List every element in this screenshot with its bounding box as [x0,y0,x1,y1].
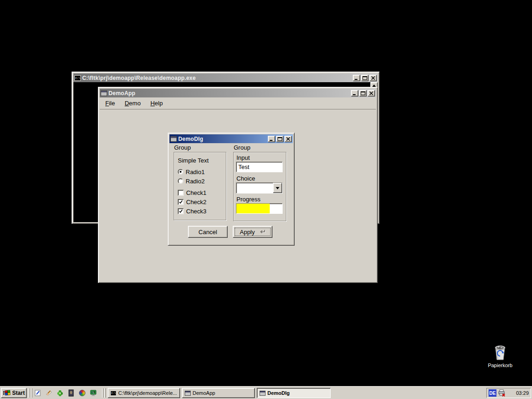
taskbar-button-console[interactable]: C:\ C:\fltk\prj\demoapp\Rele... [108,388,180,398]
demoapp-titlebar[interactable]: DemoApp [100,89,376,97]
radio1-button[interactable] [178,169,183,175]
apply-button[interactable]: Apply [233,226,272,238]
progress-bar [236,203,283,214]
checkmark-icon [179,200,183,204]
terminal-services-icon[interactable]: TS [89,389,97,397]
check2-label: Check2 [186,199,206,206]
input-field[interactable] [236,162,283,172]
svg-text:TS: TS [91,391,94,393]
input-label: Input [236,155,250,161]
signature-pad-icon[interactable] [45,389,53,397]
recycle-bin-icon [492,344,508,361]
check1-checkbox[interactable] [178,190,184,196]
check3-row[interactable]: Check3 [178,208,206,214]
demoapp-maximize-button[interactable] [359,90,367,97]
window-icon [170,136,177,142]
console-icon: C:\ [110,391,116,396]
viewer-icon[interactable] [67,389,75,397]
taskbar-button-label: C:\fltk\prj\demoapp\Rele... [118,390,177,396]
choice-label: Choice [236,175,255,181]
radio2-button[interactable] [178,178,183,184]
taskbar-handle[interactable] [104,388,106,398]
start-button[interactable]: Start [1,388,27,398]
choice-dropdown[interactable] [236,182,283,193]
taskbar-handle[interactable] [102,388,103,398]
demodlg-minimize-button[interactable] [268,136,275,142]
media-ball-icon[interactable] [78,389,86,397]
demodlg-titlebar[interactable]: DemoDlg [169,134,293,143]
close-icon [370,76,376,80]
demoapp-title: DemoApp [109,90,350,97]
taskbar-handle[interactable] [29,388,30,398]
demoapp-minimize-button[interactable] [351,90,358,97]
printer-status-icon[interactable] [498,389,506,397]
console-title: C:\fltk\prj\demoapp\Release\demoapp.exe [82,75,351,81]
radio2-row[interactable]: Radio2 [178,178,205,184]
maximize-icon [362,76,368,80]
check3-checkbox[interactable] [178,208,184,214]
console-icon: C:\ [74,75,81,81]
radio1-label: Radio1 [186,169,205,175]
demodlg-maximize-button[interactable] [276,136,284,142]
recycle-bin-desktop-icon[interactable]: Papierkorb [477,344,523,368]
maximize-icon [277,137,283,141]
window-icon [260,391,266,396]
demoapp-close-button[interactable] [368,90,375,97]
console-titlebar[interactable]: C:\ C:\fltk\prj\demoapp\Release\demoapp.… [73,73,378,82]
new-document-icon[interactable] [34,389,42,397]
svg-text:C:\: C:\ [111,392,116,395]
taskbar-button-demoapp[interactable]: DemoApp [182,388,255,398]
demodlg-close-button[interactable] [284,136,292,142]
clock[interactable]: 03:29 [516,390,529,396]
demodlg-title: DemoDlg [178,136,266,142]
minimize-icon [269,137,274,141]
check1-row[interactable]: Check1 [178,189,206,196]
menu-help[interactable]: Help [148,98,166,108]
taskbar-handle[interactable] [31,388,32,398]
minimize-icon [354,76,359,80]
window-icon [101,91,107,96]
menu-demo[interactable]: Demo [122,98,144,108]
check2-row[interactable]: Check2 [178,199,206,205]
choice-value [236,183,273,193]
menu-file[interactable]: File [103,98,118,108]
radio-dot-icon [180,171,181,173]
close-icon [369,91,374,96]
quick-launch-bar: TS [34,389,97,397]
check2-checkbox[interactable] [178,199,184,205]
console-maximize-button[interactable] [361,75,369,81]
simple-text-label: Simple Text [178,157,209,164]
taskbar: Start TS C:\ C:\fltk\prj\demoapp\Rele...… [0,386,532,399]
left-group-label: Group [174,145,191,151]
icq-flower-icon[interactable] [56,389,64,397]
checkmark-icon [179,209,183,213]
system-tray: DE 03:29 [486,388,531,398]
desktop: { "colors": { "desktop_background": "#00… [0,0,532,399]
keyboard-layout-indicator[interactable]: DE [489,389,496,397]
radio2-label: Radio2 [186,178,205,185]
demodlg-content: Group Simple Text Radio1 Radio2 Check1 [169,143,293,244]
right-groupbox: Input Choice Progress [233,152,286,221]
minimize-icon [352,91,357,96]
cancel-button-label: Cancel [199,229,217,236]
left-groupbox: Simple Text Radio1 Radio2 Check1 Check2 [174,152,226,220]
console-close-button[interactable] [369,75,377,81]
cancel-button[interactable]: Cancel [188,226,228,238]
demodlg-dialog: DemoDlg Group Simple Text Radio1 Radio2 [168,133,295,246]
taskbar-button-label: DemoDlg [267,390,290,396]
apply-button-label: Apply [240,229,255,236]
choice-dropdown-button[interactable] [273,183,282,193]
recycle-bin-label: Papierkorb [477,363,523,368]
menubar: File Demo Help [100,97,376,109]
return-key-icon [258,229,266,235]
progress-label: Progress [236,196,260,202]
radio1-row[interactable]: Radio1 [178,169,205,175]
taskbar-button-label: DemoApp [193,390,215,396]
check1-label: Check1 [186,189,206,196]
close-icon [285,137,291,141]
check3-label: Check3 [186,208,206,215]
chevron-down-icon [276,187,279,189]
console-minimize-button[interactable] [353,75,360,81]
media-ball-icon [79,390,85,396]
taskbar-button-demodlg[interactable]: DemoDlg [257,388,331,398]
